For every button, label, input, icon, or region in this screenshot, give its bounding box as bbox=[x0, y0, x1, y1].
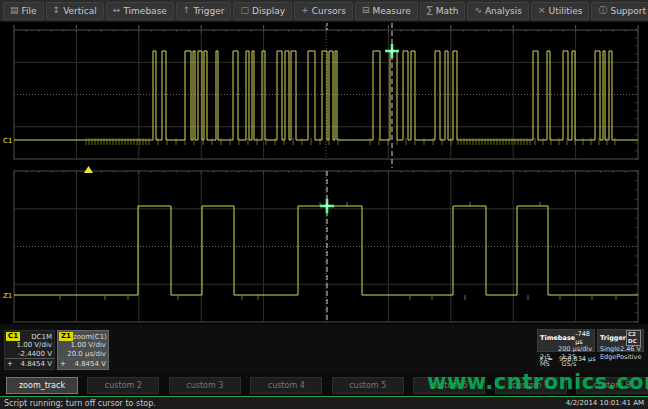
c1-badge: C1 bbox=[6, 332, 20, 341]
menu-label-display: Display bbox=[252, 6, 285, 16]
tab-custom-6[interactable]: custom 6 bbox=[413, 377, 485, 394]
menu-label-file: File bbox=[22, 6, 37, 16]
utilities-icon: × bbox=[538, 6, 546, 15]
timebase-descriptor[interactable]: Timebase -748 µs 200 µs/div 2.5 MS 1.25 … bbox=[537, 329, 595, 352]
descriptor-panel: C1 DC1M 1.00 V/div -2.4400 V + 4.8454 V … bbox=[0, 324, 648, 374]
menu-label-analysis: Analysis bbox=[485, 6, 522, 16]
file-icon: ▤ bbox=[10, 6, 19, 15]
z1-grid-label: Z1 bbox=[3, 292, 12, 300]
setup-tab-bar: zoom_trackcustom 2custom 3custom 4custom… bbox=[0, 374, 648, 395]
menu-label-vertical: Vertical bbox=[63, 6, 97, 16]
tab-custom-2[interactable]: custom 2 bbox=[87, 377, 159, 394]
trigger-title: Trigger bbox=[600, 334, 626, 342]
tab-custom-3[interactable]: custom 3 bbox=[169, 377, 241, 394]
channel-c1-descriptor[interactable]: C1 DC1M 1.00 V/div -2.4400 V + 4.8454 V bbox=[4, 330, 55, 370]
z1-source: zoom(C1) bbox=[73, 333, 107, 341]
menu-label-utilities: Utilities bbox=[549, 6, 583, 16]
zoom-z1-descriptor[interactable]: Z1 zoom(C1) 1.00 V/div 20.0 µs/div + 4.8… bbox=[57, 330, 109, 370]
menu-label-trigger: Trigger bbox=[193, 6, 224, 16]
tab-custom-8[interactable]: custom 8 bbox=[576, 377, 648, 394]
c1-grid-label: C1 bbox=[3, 137, 12, 145]
menu-utilities[interactable]: ×Utilities bbox=[531, 2, 589, 20]
trigger-type: Edge bbox=[600, 354, 616, 362]
trigger-icon: ↑ bbox=[183, 6, 191, 15]
menu-file[interactable]: ▤File bbox=[3, 2, 44, 20]
c1-vertical-scale: 1.00 V/div bbox=[5, 341, 54, 350]
analysis-icon: ∿ bbox=[474, 6, 482, 15]
support-icon: ⓘ bbox=[598, 6, 607, 15]
timebase-delay: -748 µs bbox=[575, 330, 592, 346]
menu-display[interactable]: ▢Display bbox=[233, 2, 292, 20]
z1-cursor-value: 4.8454 V bbox=[74, 359, 106, 369]
status-bar: Script running; turn off cursor to stop.… bbox=[0, 396, 648, 409]
tab-custom-5[interactable]: custom 5 bbox=[332, 377, 404, 394]
tab-zoom_track[interactable]: zoom_track bbox=[6, 377, 78, 394]
c1-coupling: DC1M bbox=[31, 333, 52, 341]
display-icon: ▢ bbox=[240, 6, 249, 15]
menu-label-measure: Measure bbox=[373, 6, 411, 16]
z1-cursor-marker-icon: + bbox=[60, 359, 66, 369]
cursor-x1-readout: X1= 950.834 µs bbox=[539, 355, 596, 363]
status-timestamp: 4/2/2014 10:01:41 AM bbox=[566, 399, 644, 407]
waveform-display: C1Z1 bbox=[0, 0, 648, 374]
menu-label-math: Math bbox=[436, 6, 459, 16]
timebase-icon: ↔ bbox=[113, 6, 121, 15]
cursors-icon: + bbox=[301, 6, 309, 15]
menu-timebase[interactable]: ↔Timebase bbox=[106, 2, 174, 20]
menu-vertical[interactable]: ↕Vertical bbox=[46, 2, 104, 20]
timebase-title: Timebase bbox=[540, 334, 575, 342]
menu-items: ▤File↕Vertical↔Timebase↑Trigger▢Display+… bbox=[3, 2, 648, 20]
menu-math[interactable]: ∑Math bbox=[420, 2, 466, 20]
x1-label: X1= bbox=[539, 355, 553, 363]
trigger-source-badge: C2 DC bbox=[626, 330, 641, 346]
menu-label-timebase: Timebase bbox=[123, 6, 166, 16]
vertical-icon: ↕ bbox=[53, 6, 61, 15]
menu-support[interactable]: ⓘSupport bbox=[591, 2, 648, 20]
c1-cursor-value: 4.8454 V bbox=[20, 359, 52, 369]
menu-bar: ▤File↕Vertical↔Timebase↑Trigger▢Display+… bbox=[0, 0, 648, 22]
tab-custom-7[interactable]: custom 7 bbox=[495, 377, 567, 394]
menu-analysis[interactable]: ∿Analysis bbox=[467, 2, 529, 20]
menu-measure[interactable]: ⊟Measure bbox=[355, 2, 418, 20]
z1-vertical-scale: 1.00 V/div bbox=[58, 341, 108, 350]
measure-icon: ⊟ bbox=[362, 6, 370, 15]
c1-cursor-marker-icon: + bbox=[7, 359, 13, 369]
oscilloscope-app: C1Z1 ▤File↕Vertical↔Timebase↑Trigger▢Dis… bbox=[0, 0, 648, 409]
math-icon: ∑ bbox=[427, 6, 433, 15]
menu-cursors[interactable]: +Cursors bbox=[294, 2, 353, 20]
menu-trigger[interactable]: ↑Trigger bbox=[176, 2, 232, 20]
tab-custom-4[interactable]: custom 4 bbox=[250, 377, 322, 394]
delay-marker-triangle bbox=[84, 166, 93, 173]
status-message: Script running; turn off cursor to stop. bbox=[4, 399, 156, 408]
trigger-slope: Positive bbox=[616, 354, 641, 362]
x1-value: 950.834 µs bbox=[559, 355, 595, 363]
trigger-descriptor[interactable]: Trigger C2 DC Single 2.46 V Edge Positiv… bbox=[597, 329, 644, 352]
menu-label-support: Support bbox=[610, 6, 646, 16]
menu-label-cursors: Cursors bbox=[312, 6, 346, 16]
z1-badge: Z1 bbox=[59, 332, 73, 341]
